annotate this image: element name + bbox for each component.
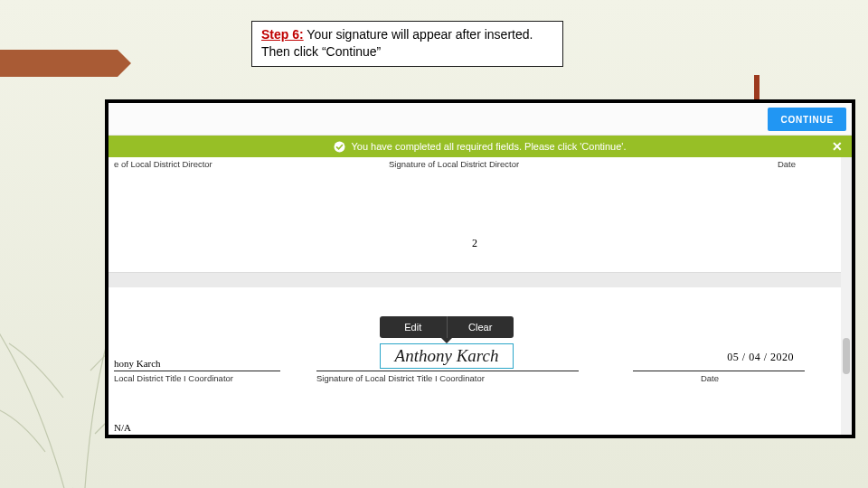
p1-col2-label: Signature of Local District Director	[389, 159, 651, 169]
continue-button[interactable]: CONTINUE	[768, 108, 846, 131]
signature-tooltip: Edit Clear	[380, 316, 514, 338]
banner-message: You have completed all required fields. …	[351, 141, 626, 152]
na-text: N/A	[114, 422, 131, 433]
edit-button[interactable]: Edit	[380, 316, 447, 338]
doc-page-2-top: Edit Clear Anthony Karch 05 / 04 / 2020 …	[108, 287, 841, 435]
signature-value: Anthony Karch	[395, 346, 499, 366]
step-instruction-box: Step 6: Your signature will appear after…	[251, 21, 563, 67]
date-value: 05 / 04 / 2020	[727, 351, 794, 364]
p1-col3-label: Date	[651, 159, 823, 169]
close-icon[interactable]: ✕	[832, 139, 843, 154]
page-number: 2	[108, 237, 841, 250]
sig-col2-label: Signature of Local District Title I Coor…	[316, 373, 485, 383]
success-banner: You have completed all required fields. …	[108, 136, 852, 157]
document-viewport: e of Local District Director Signature o…	[108, 157, 852, 435]
p1-col1-label: e of Local District Director	[108, 159, 389, 169]
step-label: Step 6:	[261, 27, 304, 42]
signature-field[interactable]: Anthony Karch	[380, 343, 514, 369]
sig-col3-label: Date	[701, 373, 719, 383]
scrollbar-thumb[interactable]	[843, 338, 850, 374]
clear-button[interactable]: Clear	[448, 316, 514, 338]
typed-name: hony Karch	[114, 358, 161, 369]
sig-col1-label: Local District Title I Coordinator	[114, 373, 233, 383]
page-gap	[108, 273, 841, 287]
check-icon	[334, 141, 345, 153]
decorative-tag	[0, 50, 118, 77]
screenshot-frame: CONTINUE You have completed all required…	[105, 99, 855, 438]
svg-point-0	[335, 141, 345, 152]
doc-page-1-bottom: e of Local District Director Signature o…	[108, 157, 841, 273]
top-toolbar: CONTINUE	[108, 103, 852, 136]
